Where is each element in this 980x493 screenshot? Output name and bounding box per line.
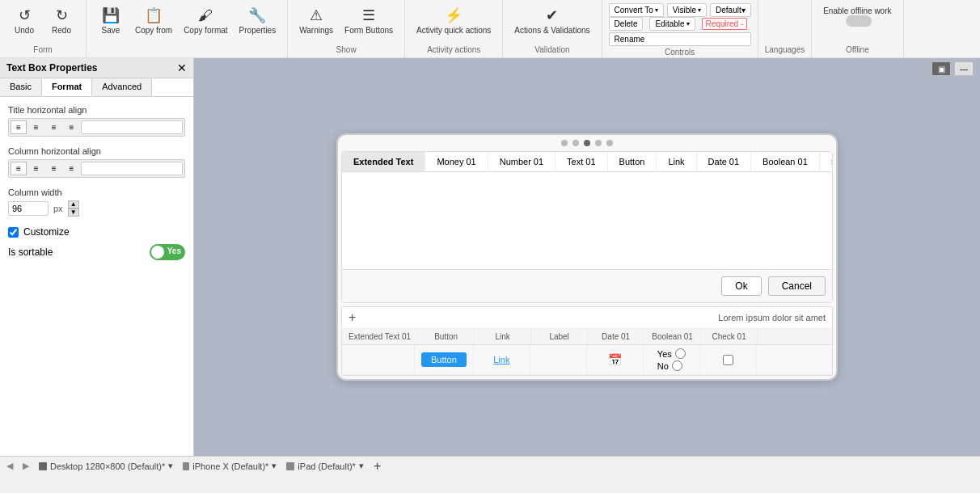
cell-extended-text — [342, 345, 415, 374]
dialog-tab-money[interactable]: Money 01 — [425, 152, 488, 171]
toolbar-group-form: 💾 Save 📋 Copy from 🖌 Copy format 🔧 Prope… — [87, 0, 288, 57]
desktop-arrow[interactable]: ▾ — [168, 461, 173, 471]
convert-to-arrow: ▾ — [655, 6, 658, 14]
col-align-center[interactable]: ≡ — [28, 162, 44, 175]
undo-label: Undo — [15, 26, 34, 35]
dialog-tab-link[interactable]: Link — [657, 152, 696, 171]
cancel-button[interactable]: Cancel — [768, 276, 826, 296]
cell-label — [530, 345, 587, 374]
dialog-tab-extended[interactable]: Extended Text — [342, 152, 425, 171]
yes-radio[interactable] — [675, 348, 686, 359]
dialog-tab-text[interactable]: Text 01 — [555, 152, 607, 171]
copy-format-button[interactable]: 🖌 Copy format — [179, 4, 232, 38]
dialog-tabs: Extended Text Money 01 Number 01 Text 01… — [342, 152, 832, 172]
activity-label: Activity quick actions — [416, 26, 491, 35]
col-align-justify[interactable]: ≡ — [64, 162, 80, 175]
customize-row: Customize — [8, 226, 185, 238]
tab-format[interactable]: Format — [42, 78, 92, 96]
desktop-label[interactable]: Desktop 1280×800 (Default)* — [50, 461, 165, 471]
offline-group-label: Offline — [846, 44, 869, 54]
view-btn-1[interactable]: ▣ — [931, 61, 951, 76]
lorem-text: Lorem ipsum dolor sit amet — [718, 313, 826, 322]
view-btn-2[interactable]: — — [954, 61, 974, 76]
stepper-down[interactable]: ▼ — [68, 209, 79, 217]
sortable-toggle[interactable]: Yes — [150, 244, 185, 260]
customize-checkbox[interactable] — [8, 227, 19, 238]
title-align-justify[interactable]: ≡ — [64, 120, 80, 134]
table-button[interactable]: Button — [421, 352, 467, 367]
visible-button[interactable]: Visible ▾ — [667, 3, 707, 17]
ok-button[interactable]: Ok — [721, 276, 761, 296]
required-badge[interactable]: Required - — [702, 18, 748, 30]
dialog-tab-date[interactable]: Date 01 — [697, 152, 752, 171]
check-checkbox[interactable] — [723, 355, 733, 365]
cell-check — [700, 345, 757, 374]
customize-label: Customize — [23, 226, 70, 238]
stepper-up[interactable]: ▲ — [68, 200, 79, 209]
offline-toggle[interactable] — [846, 15, 872, 27]
dialog-tab-button[interactable]: Button — [608, 152, 657, 171]
title-align-right[interactable]: ≡ — [46, 120, 62, 134]
rename-button[interactable]: Rename — [609, 32, 751, 46]
dialog-tab-boolean[interactable]: Boolean 01 — [751, 152, 820, 171]
desktop-status: Desktop 1280×800 (Default)* ▾ — [39, 461, 173, 471]
default-button[interactable]: Default▾ — [710, 3, 751, 17]
column-width-input[interactable] — [8, 201, 49, 216]
column-width-row: px ▲ ▼ — [8, 200, 185, 217]
properties-button[interactable]: 🔧 Properties — [234, 3, 281, 38]
col-align-left[interactable]: ≡ — [11, 162, 27, 175]
panel-tabs: Basic Format Advanced — [0, 78, 193, 97]
col-boolean: Boolean 01 — [644, 329, 701, 344]
iphone-label[interactable]: iPhone X (Default)* — [192, 461, 268, 471]
title-align-center[interactable]: ≡ — [28, 120, 44, 134]
redo-button[interactable]: ↻ Redo — [44, 3, 79, 38]
width-unit: px — [53, 204, 63, 213]
close-icon[interactable]: ✕ — [177, 61, 187, 74]
tab-basic[interactable]: Basic — [0, 78, 42, 96]
form-buttons-button[interactable]: ☰ Form Buttons — [340, 3, 398, 38]
dialog-tab-number[interactable]: Number 01 — [488, 152, 555, 171]
next-arrow[interactable]: ▶ — [23, 461, 29, 471]
copy-from-button[interactable]: 📋 Copy from — [130, 3, 177, 38]
table-link[interactable]: Link — [493, 355, 509, 364]
no-radio[interactable] — [672, 360, 682, 371]
add-device-button[interactable]: + — [374, 459, 381, 474]
ipad-arrow[interactable]: ▾ — [359, 461, 364, 471]
column-width-label: Column width — [8, 188, 185, 197]
undo-button[interactable]: ↺ Undo — [6, 3, 42, 38]
save-button[interactable]: 💾 Save — [93, 3, 129, 38]
activity-quick-actions-button[interactable]: ⚡ Activity quick actions — [412, 3, 496, 38]
warnings-button[interactable]: ⚠ Warnings — [294, 3, 338, 38]
toggle-yes-label: Yes — [167, 247, 181, 255]
title-align-left[interactable]: ≡ — [11, 120, 27, 134]
toolbar-group-controls: Convert To ▾ Visible ▾ Default▾ Delete E… — [602, 0, 758, 57]
main-toolbar: ↺ Undo ↻ Redo Form 💾 Save 📋 Copy from 🖌 … — [0, 0, 980, 58]
actions-validations-button[interactable]: ✔ Actions & Validations — [509, 3, 594, 38]
dot-2 — [572, 140, 579, 146]
iphone-arrow[interactable]: ▾ — [272, 461, 277, 471]
panel-header: Text Box Properties ✕ — [0, 58, 193, 78]
offline-label: Enable offline work — [823, 6, 891, 15]
delete-label: Delete — [615, 19, 638, 28]
col-align-right[interactable]: ≡ — [46, 162, 62, 175]
copy-from-label: Copy from — [135, 26, 172, 35]
calendar-icon: 📅 — [608, 353, 622, 366]
ipad-label[interactable]: iPad (Default)* — [298, 461, 356, 471]
no-label: No — [657, 361, 669, 371]
enable-offline-button[interactable]: Enable offline work — [818, 3, 896, 30]
properties-label: Properties — [239, 26, 277, 35]
toolbar-group-validation: ✔ Actions & Validations Validation — [503, 0, 602, 57]
tab-advanced[interactable]: Advanced — [92, 78, 152, 96]
dialog-tab-more[interactable]: › — [820, 152, 832, 171]
copy-format-icon: 🖌 — [198, 7, 213, 24]
col-link: Link — [475, 329, 531, 344]
delete-button[interactable]: Delete — [609, 17, 644, 31]
table-add-button[interactable]: + — [348, 310, 356, 325]
prev-arrow[interactable]: ◀ — [6, 461, 13, 471]
cell-boolean: Yes No — [644, 345, 700, 374]
dot-5 — [606, 140, 613, 146]
convert-to-button[interactable]: Convert To ▾ — [609, 3, 664, 17]
editable-button[interactable]: Editable ▾ — [649, 17, 695, 31]
save-label: Save — [102, 26, 120, 35]
editable-arrow: ▾ — [686, 20, 690, 27]
